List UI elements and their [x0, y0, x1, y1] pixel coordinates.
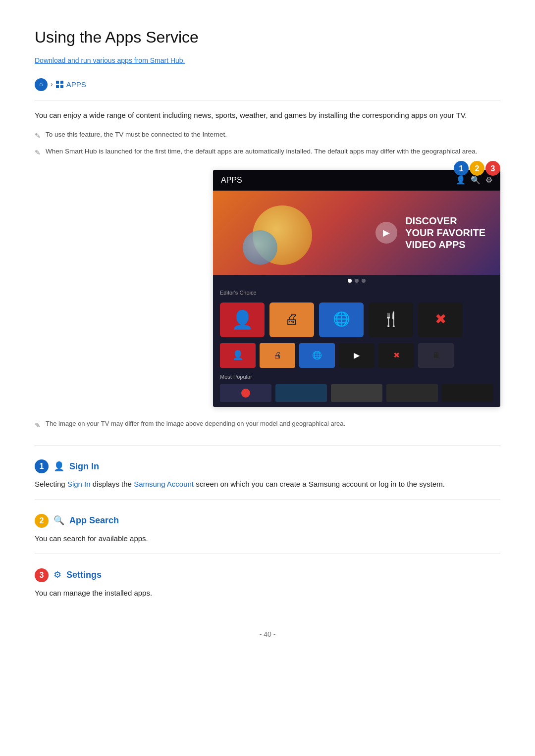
app-icon-sm-6: 🖥: [418, 343, 454, 368]
banner-line2: YOUR FAVORITE: [405, 227, 485, 239]
section-2-title: App Search: [69, 513, 119, 528]
note-item-1: ✎ To use this feature, the TV must be co…: [35, 129, 500, 141]
apps-breadcrumb: APPS: [56, 79, 86, 91]
page-footer: - 40 -: [35, 629, 500, 640]
popular-item-3: [331, 384, 382, 402]
section-3-heading: 3 ⚙ Settings: [35, 568, 500, 582]
editors-choice-label: Editor's Choice: [213, 287, 500, 299]
home-icon: ⌂: [35, 78, 48, 91]
banner-line1: DISCOVER: [405, 215, 485, 227]
divider-4: [35, 554, 500, 554]
numbered-badges: 1 2 3: [453, 161, 500, 176]
person-icon: 👤: [54, 459, 64, 474]
badge-1: 1: [454, 161, 469, 176]
samsung-account-link: Samsung Account: [134, 480, 194, 488]
app-icon-lg-2: 🖨: [269, 302, 314, 337]
page-title: Using the Apps Service: [35, 25, 500, 50]
tv-banner: ▶ DISCOVER YOUR FAVORITE VIDEO APPS: [213, 191, 500, 275]
page-number: - 40 -: [260, 630, 276, 638]
banner-text: DISCOVER YOUR FAVORITE VIDEO APPS: [405, 215, 485, 251]
image-note-text: The image on your TV may differ from the…: [46, 419, 345, 429]
pencil-icon-3: ✎: [35, 420, 41, 431]
app-row-large: 👤 🖨 🌐 🍴 ✖: [213, 299, 500, 341]
app-icon-lg-4: 🍴: [369, 302, 413, 337]
section-2-heading: 2 🔍 App Search: [35, 513, 500, 528]
note-text-2: When Smart Hub is launched for the first…: [46, 146, 477, 157]
section-3-title: Settings: [66, 568, 102, 582]
subtitle: Download and run various apps from Smart…: [35, 55, 500, 66]
section-1-heading: 1 👤 Sign In: [35, 459, 500, 474]
app-icon-sm-1: 👤: [220, 343, 256, 368]
note-item-2: ✎ When Smart Hub is launched for the fir…: [35, 146, 500, 158]
section-2-body: You can search for available apps.: [35, 533, 500, 545]
dot-3: [362, 279, 366, 283]
search-icon: 🔍: [54, 513, 64, 528]
tv-screenshot-wrapper: 1 2 3 APPS 👤 🔍 ⚙ ▶ DISCOVER YOUR FAVORIT…: [35, 170, 500, 407]
popular-row: [213, 382, 500, 407]
sign-in-link: Sign In: [67, 480, 91, 488]
section-3-body: You can manage the installed apps.: [35, 587, 500, 599]
divider-3: [35, 499, 500, 500]
circle-small: [243, 230, 277, 265]
badge-3: 3: [485, 161, 500, 176]
play-button: ▶: [375, 222, 397, 244]
popular-item-4: [386, 384, 438, 402]
most-popular-label: Most Popular: [213, 371, 500, 383]
app-icon-lg-3: 🌐: [319, 302, 364, 337]
image-note: ✎ The image on your TV may differ from t…: [35, 419, 500, 431]
app-icon-lg-1: 👤: [220, 302, 265, 337]
section-1-body: Selecting Sign In displays the Samsung A…: [35, 478, 500, 490]
red-dot-icon: [241, 389, 250, 398]
app-icon-sm-5: ✖: [378, 343, 414, 368]
app-icon-sm-3: 🌐: [299, 343, 335, 368]
popular-item-5: [442, 384, 493, 402]
banner-circles: [243, 201, 332, 265]
section-num-3: 3: [35, 568, 49, 582]
section-1-body-prefix: Selecting: [35, 480, 67, 488]
dot-1: [348, 279, 352, 283]
pencil-icon-1: ✎: [35, 130, 41, 141]
tv-apps-label: APPS: [221, 174, 242, 187]
intro-text: You can enjoy a wide range of content in…: [35, 109, 500, 121]
section-1-body-middle: displays the: [91, 480, 134, 488]
popular-item-1: [220, 384, 271, 402]
chevron-icon: ›: [51, 79, 53, 90]
note-text-1: To use this feature, the TV must be conn…: [46, 129, 227, 140]
breadcrumb: ⌂ › APPS: [35, 78, 500, 91]
banner-dots: [213, 275, 500, 287]
pencil-icon-2: ✎: [35, 147, 41, 158]
app-row-small: 👤 🖨 🌐 ▶ ✖ 🖥: [213, 341, 500, 371]
app-icon-sm-2: 🖨: [260, 343, 295, 368]
tv-screenshot: APPS 👤 🔍 ⚙ ▶ DISCOVER YOUR FAVORITE VIDE…: [213, 170, 500, 407]
divider: [35, 100, 500, 101]
section-1-title: Sign In: [69, 459, 99, 474]
settings-icon: ⚙: [54, 568, 61, 582]
app-icon-lg-5: ✖: [418, 302, 463, 337]
popular-item-2: [275, 384, 327, 402]
section-num-1: 1: [35, 459, 49, 473]
dot-2: [355, 279, 359, 283]
section-num-2: 2: [35, 514, 49, 528]
apps-grid-icon: [56, 81, 64, 89]
banner-line3: VIDEO APPS: [405, 239, 485, 251]
badge-2: 2: [470, 161, 484, 176]
section-1-body-suffix: screen on which you can create a Samsung…: [194, 480, 445, 488]
app-icon-sm-4: ▶: [339, 343, 374, 368]
divider-2: [35, 445, 500, 446]
